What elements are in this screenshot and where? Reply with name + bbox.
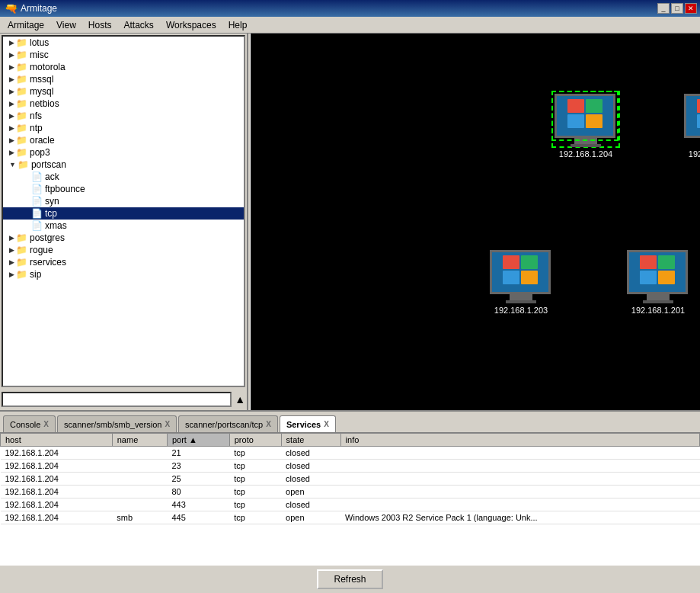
- tab-close-console[interactable]: X: [43, 420, 49, 428]
- tree-arrow: ▶: [9, 149, 14, 156]
- refresh-button[interactable]: Refresh: [317, 569, 382, 589]
- folder-icon: 📁: [16, 269, 27, 280]
- tab-close-smb_version[interactable]: X: [165, 420, 170, 428]
- minimize-button[interactable]: _: [657, 3, 670, 14]
- col-info[interactable]: info: [340, 434, 699, 447]
- table-body: 192.168.1.20421tcpclosed192.168.1.20423t…: [1, 447, 700, 524]
- tree-arrow: ▶: [9, 39, 14, 46]
- folder-icon: 📁: [18, 159, 29, 170]
- tab-close-portscan[interactable]: X: [266, 420, 271, 428]
- tab-console[interactable]: ConsoleX: [3, 415, 56, 432]
- tab-smb_version[interactable]: scanner/smb/smb_versionX: [57, 415, 177, 432]
- monitor-base: [574, 138, 597, 144]
- table-row[interactable]: 192.168.1.204smb445tcpopenWindows 2003 R…: [1, 511, 700, 524]
- host-192-168-1-204[interactable]: 192.168.1.204: [551, 91, 620, 159]
- expand-arrow[interactable]: ▲: [235, 393, 245, 405]
- tree-arrow: ▶: [9, 271, 14, 278]
- services-table-container[interactable]: hostnameport ▲protostateinfo 192.168.1.2…: [0, 433, 700, 566]
- left-panel: ▶📁lotus▶📁misc▶📁motorola▶📁mssql▶📁mysql▶📁n…: [0, 34, 248, 410]
- title-text: Armitage: [21, 3, 57, 14]
- menu-attacks[interactable]: Attacks: [118, 18, 160, 32]
- module-tree[interactable]: ▶📁lotus▶📁misc▶📁motorola▶📁mssql▶📁mysql▶📁n…: [2, 35, 245, 387]
- tree-item-syn[interactable]: 📄syn: [3, 195, 244, 207]
- tree-item-ftpbounce[interactable]: 📄ftpbounce: [3, 183, 244, 195]
- monitor-screen: [555, 94, 615, 138]
- host-192-168-1-203[interactable]: 192.168.1.203: [487, 247, 555, 315]
- menu-help[interactable]: Help: [222, 18, 254, 32]
- col-state[interactable]: state: [281, 434, 340, 447]
- tree-item-sip[interactable]: ▶📁sip: [3, 268, 244, 280]
- close-button[interactable]: ✕: [685, 3, 697, 14]
- host-192-168-1-205[interactable]: 192.168.1.205: [681, 91, 700, 159]
- tree-item-postgres[interactable]: ▶📁postgres: [3, 232, 244, 244]
- monitor-screen: [627, 250, 688, 294]
- tree-arrow: ▶: [9, 51, 14, 59]
- monitor-base: [510, 294, 532, 300]
- menu-hosts[interactable]: Hosts: [82, 18, 118, 32]
- menu-workspaces[interactable]: Workspaces: [160, 18, 222, 32]
- maximize-button[interactable]: □: [671, 3, 683, 14]
- monitor-screen: [684, 94, 700, 138]
- canvas-area[interactable]: 192.168.1.204 192.168.1.205: [251, 34, 700, 410]
- folder-icon: 📁: [16, 50, 27, 60]
- col-host[interactable]: host: [1, 434, 113, 447]
- cell-state: closed: [281, 473, 340, 486]
- tree-item-portscan[interactable]: ▼📁portscan: [3, 159, 244, 171]
- tree-item-oracle[interactable]: ▶📁oracle: [3, 134, 244, 146]
- menu-armitage[interactable]: Armitage: [2, 18, 50, 32]
- monitor-stand: [571, 144, 601, 147]
- table-row[interactable]: 192.168.1.20423tcpclosed: [1, 460, 700, 473]
- folder-icon: 📁: [16, 232, 27, 243]
- table-row[interactable]: 192.168.1.204443tcpclosed: [1, 498, 700, 511]
- tree-item-rservices[interactable]: ▶📁rservices: [3, 256, 244, 268]
- col-proto[interactable]: proto: [229, 434, 281, 447]
- tree-item-pop3[interactable]: ▶📁pop3: [3, 146, 244, 159]
- tree-label: oracle: [30, 135, 55, 146]
- search-input[interactable]: [2, 392, 232, 407]
- tree-arrow: ▼: [9, 161, 16, 168]
- tree-item-lotus[interactable]: ▶📁lotus: [3, 37, 244, 49]
- tree-item-tcp[interactable]: 📄tcp: [3, 207, 244, 220]
- cell-host: 192.168.1.204: [1, 447, 113, 460]
- tree-item-rogue[interactable]: ▶📁rogue: [3, 244, 244, 256]
- tree-item-netbios[interactable]: ▶📁netbios: [3, 98, 244, 110]
- tab-close-services[interactable]: X: [324, 420, 329, 428]
- cell-name: [112, 473, 167, 486]
- menu-view[interactable]: View: [50, 18, 82, 32]
- cell-state: closed: [281, 498, 340, 511]
- tree-item-ntp[interactable]: ▶📁ntp: [3, 122, 244, 134]
- tree-item-nfs[interactable]: ▶📁nfs: [3, 110, 244, 122]
- tab-services[interactable]: ServicesX: [280, 415, 336, 432]
- tree-item-mssql[interactable]: ▶📁mssql: [3, 73, 244, 85]
- host-label: 192.168.1.204: [559, 149, 612, 159]
- tree-label: misc: [30, 50, 49, 60]
- monitor-screen: [490, 250, 551, 294]
- folder-icon: 📁: [16, 123, 27, 133]
- tab-portscan[interactable]: scanner/portscan/tcpX: [178, 415, 278, 432]
- folder-icon: 📁: [16, 147, 27, 158]
- tree-item-mysql[interactable]: ▶📁mysql: [3, 85, 244, 98]
- tree-item-ack[interactable]: 📄ack: [3, 171, 244, 183]
- refresh-area: Refresh: [0, 566, 700, 593]
- table-row[interactable]: 192.168.1.20421tcpclosed: [1, 447, 700, 460]
- table-row[interactable]: 192.168.1.20480tcpopen: [1, 486, 700, 498]
- folder-icon: 📁: [16, 74, 27, 85]
- tree-label: ftpbounce: [45, 184, 85, 194]
- tree-label: ack: [45, 171, 59, 182]
- file-icon: 📄: [31, 220, 43, 231]
- col-name[interactable]: name: [112, 434, 167, 447]
- tree-arrow: ▶: [9, 63, 14, 71]
- tree-item-motorola[interactable]: ▶📁motorola: [3, 61, 244, 73]
- folder-icon: 📁: [16, 245, 27, 255]
- tree-label: netbios: [30, 98, 59, 109]
- host-192-168-1-201[interactable]: 192.168.1.201: [624, 247, 692, 315]
- tab-label: scanner/smb/smb_version: [64, 420, 161, 429]
- tree-label: syn: [45, 196, 59, 207]
- tab-label: scanner/portscan/tcp: [185, 420, 263, 429]
- col-port[interactable]: port ▲: [167, 434, 229, 447]
- folder-icon: 📁: [16, 135, 27, 146]
- tree-item-misc[interactable]: ▶📁misc: [3, 49, 244, 61]
- table-row[interactable]: 192.168.1.20425tcpclosed: [1, 473, 700, 486]
- tree-item-xmas[interactable]: 📄xmas: [3, 220, 244, 232]
- cell-info: [340, 447, 699, 460]
